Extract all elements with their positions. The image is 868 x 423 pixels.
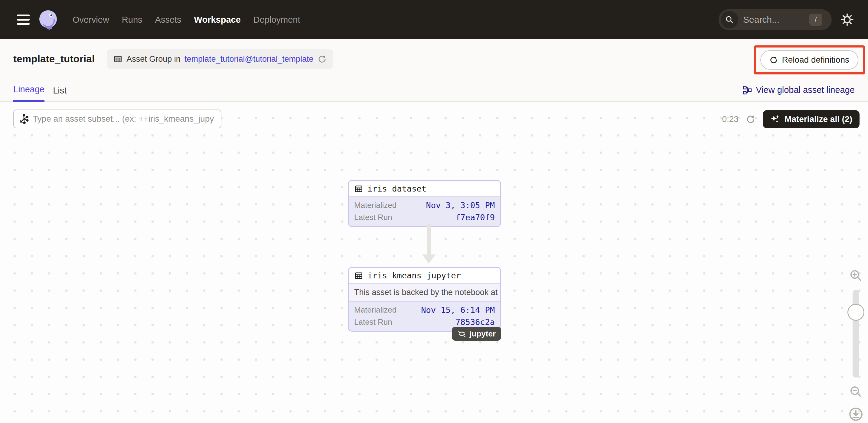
breadcrumb-repo-link[interactable]: template_tutorial@tutorial_template — [185, 55, 314, 64]
latest-run-link[interactable]: 78536c2a — [456, 318, 495, 327]
lineage-canvas[interactable]: 0:23 Materialize all (2) iris_dataset Ma… — [0, 102, 868, 423]
asset-graph-icon — [19, 114, 29, 124]
view-tabs: Lineage List View global asset lineage — [0, 79, 868, 102]
zoom-slider[interactable] — [852, 290, 859, 377]
view-global-asset-lineage-label: View global asset lineage — [756, 85, 855, 95]
lineage-edge-arrow — [422, 224, 435, 264]
table-grid-icon — [114, 55, 123, 64]
nav-item-workspace[interactable]: Workspace — [194, 15, 241, 25]
table-grid-icon — [354, 271, 363, 280]
nav-item-overview[interactable]: Overview — [72, 15, 109, 25]
asset-node-iris-dataset[interactable]: iris_dataset Materialized Nov 3, 3:05 PM… — [348, 180, 501, 227]
zoom-slider-handle[interactable] — [847, 304, 864, 321]
stat-label: Latest Run — [354, 318, 392, 327]
materialized-timestamp[interactable]: Nov 15, 6:14 PM — [421, 305, 495, 315]
materialized-row: Materialized Nov 15, 6:14 PM — [354, 304, 495, 316]
materialize-all-label: Materialize all (2) — [784, 114, 852, 124]
page-title: template_tutorial — [13, 53, 95, 65]
stat-label: Materialized — [354, 305, 397, 315]
materialized-timestamp[interactable]: Nov 3, 3:05 PM — [426, 201, 495, 210]
latest-run-row: Latest Run 78536c2a — [354, 316, 495, 328]
compute-kind-tag-jupyter[interactable]: jupyter — [452, 327, 501, 341]
search-input[interactable]: Search... / — [719, 9, 832, 30]
latest-run-link[interactable]: f7ea70f9 — [456, 213, 495, 222]
main-nav: Overview Runs Assets Workspace Deploymen… — [72, 15, 300, 25]
nav-item-runs[interactable]: Runs — [122, 15, 143, 25]
highlight-annotation-box: Reload definitions — [754, 46, 865, 74]
dagster-logo-icon[interactable] — [37, 9, 59, 30]
latest-run-row: Latest Run f7ea70f9 — [354, 211, 495, 223]
gear-icon[interactable] — [840, 13, 854, 27]
materialize-all-button[interactable]: Materialize all (2) — [763, 110, 860, 128]
download-icon[interactable] — [848, 407, 864, 422]
reload-definitions-button[interactable]: Reload definitions — [760, 50, 858, 69]
jupyter-icon — [457, 329, 466, 338]
sparkles-icon — [770, 114, 780, 124]
breadcrumb-prefix: Asset Group in — [126, 55, 181, 64]
tab-lineage[interactable]: Lineage — [13, 84, 44, 102]
stat-label: Materialized — [354, 201, 397, 210]
asset-description: This asset is backed by the notebook at … — [349, 283, 500, 301]
lineage-graph-icon — [743, 85, 752, 95]
nav-item-deployment[interactable]: Deployment — [253, 15, 300, 25]
tab-list[interactable]: List — [53, 86, 66, 101]
asset-node-iris-kmeans-jupyter[interactable]: iris_kmeans_jupyter This asset is backed… — [348, 267, 501, 332]
page-header: template_tutorial Asset Group in templat… — [0, 39, 868, 79]
zoom-in-icon[interactable] — [849, 269, 863, 282]
search-shortcut-key: / — [809, 13, 822, 26]
nav-item-assets[interactable]: Assets — [155, 15, 182, 25]
stat-label: Latest Run — [354, 213, 392, 222]
asset-name: iris_dataset — [368, 184, 427, 193]
table-grid-icon — [354, 184, 363, 193]
search-placeholder: Search... — [743, 14, 779, 25]
menu-icon[interactable] — [17, 14, 30, 25]
compute-kind-tag-label: jupyter — [469, 329, 496, 339]
refresh-icon[interactable] — [317, 55, 327, 64]
zoom-out-icon[interactable] — [849, 385, 863, 399]
asset-name: iris_kmeans_jupyter — [368, 271, 461, 280]
canvas-zoom-controls — [847, 269, 864, 423]
top-navbar: Overview Runs Assets Workspace Deploymen… — [0, 0, 868, 39]
refresh-timer: 0:23 — [722, 114, 739, 124]
refresh-icon — [769, 56, 778, 64]
reload-definitions-label: Reload definitions — [782, 55, 849, 65]
asset-subset-filter — [13, 110, 221, 128]
search-icon — [721, 11, 738, 28]
asset-group-breadcrumb: Asset Group in template_tutorial@tutoria… — [107, 49, 333, 69]
asset-subset-input[interactable] — [33, 114, 216, 124]
materialized-row: Materialized Nov 3, 3:05 PM — [354, 199, 495, 211]
refresh-icon[interactable] — [746, 114, 755, 124]
view-global-asset-lineage-link[interactable]: View global asset lineage — [743, 85, 855, 95]
